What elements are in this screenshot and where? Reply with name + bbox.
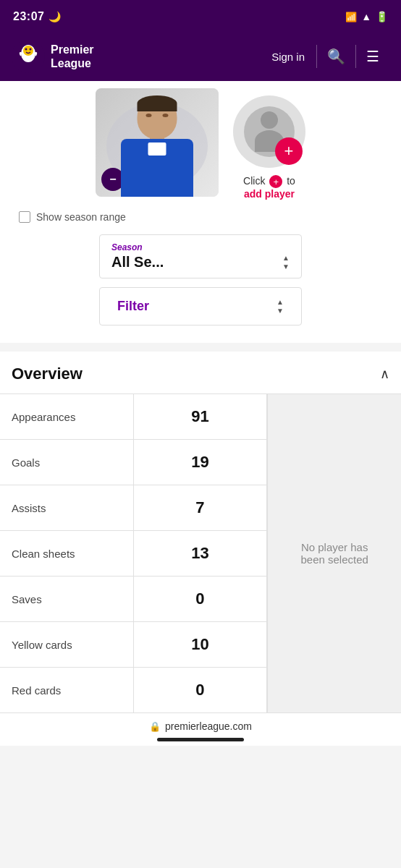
stat-label-appearances: Appearances [0, 394, 134, 439]
overview-header: Overview ∧ [0, 352, 401, 393]
url-bar: 🔒 premierleague.com [0, 720, 401, 732]
player-cards-row: − + Click + to add play [12, 88, 389, 200]
stat-value-saves: 0 [134, 576, 268, 621]
season-selector-wrap: Season All Se... ▲ ▼ [12, 234, 389, 278]
add-player-button[interactable]: + [275, 137, 303, 165]
wifi-icon: ▲ [361, 11, 371, 22]
season-range-row: Show season range [12, 211, 126, 223]
season-selector[interactable]: Season All Se... ▲ ▼ [99, 234, 302, 278]
add-icon-inline: + [269, 175, 282, 188]
add-player-cta: add player [244, 188, 295, 200]
stat-value-assists: 7 [134, 485, 268, 530]
table-row: Red cards 0 [0, 668, 267, 712]
lock-icon: 🔒 [149, 721, 161, 732]
stat-value-clean-sheets: 13 [134, 531, 268, 576]
table-row: Yellow cards 10 [0, 622, 267, 668]
stat-label-clean-sheets: Clean sheets [0, 531, 134, 576]
player-1-image: − [96, 88, 219, 197]
filter-wrap: Filter ▲ ▼ [12, 287, 389, 326]
table-row: Appearances 91 [0, 394, 267, 440]
svg-point-2 [23, 46, 33, 56]
stat-label-assists: Assists [0, 485, 134, 530]
table-row: Clean sheets 13 [0, 531, 267, 576]
stats-left-column: Appearances 91 Goals 19 Assists 7 Clean … [0, 394, 267, 712]
table-row: Goals 19 [0, 440, 267, 485]
season-value: All Se... [111, 254, 164, 271]
stats-table-grid: Appearances 91 Goals 19 Assists 7 Clean … [0, 394, 401, 712]
stat-label-saves: Saves [0, 576, 134, 621]
table-row: Assists 7 [0, 485, 267, 531]
menu-button[interactable]: ☰ [356, 48, 389, 65]
add-player-circle: + [233, 95, 305, 168]
search-button[interactable]: 🔍 [317, 48, 355, 65]
table-row: Saves 0 [0, 576, 267, 622]
header: PremierLeague Sign in 🔍 ☰ [0, 32, 401, 81]
status-icons: 📶 ▲ 🔋 [345, 11, 388, 22]
status-time: 23:07 [13, 10, 44, 23]
filter-button[interactable]: Filter ▲ ▼ [99, 287, 302, 326]
stats-table: Appearances 91 Goals 19 Assists 7 Clean … [0, 393, 401, 712]
stat-value-goals: 19 [134, 440, 268, 485]
logo-text: PremierLeague [51, 43, 94, 70]
add-player-card: + Click + to add player [233, 88, 305, 200]
overview-section: Overview ∧ Appearances 91 Goals 19 Assis… [0, 352, 401, 712]
stat-value-yellow-cards: 10 [134, 622, 268, 667]
player-compare-section: − + Click + to add play [0, 81, 401, 343]
season-label: Season [111, 242, 290, 252]
svg-point-3 [25, 48, 28, 51]
header-actions: Sign in 🔍 ☰ [260, 45, 389, 68]
home-indicator[interactable] [157, 738, 244, 741]
stat-label-yellow-cards: Yellow cards [0, 622, 134, 667]
stats-right-column: No player hasbeen selected [267, 394, 401, 712]
add-player-action: to [287, 175, 295, 187]
add-player-text: Click + to add player [243, 175, 295, 200]
season-value-row: All Se... ▲ ▼ [111, 254, 290, 271]
svg-point-4 [30, 48, 32, 51]
player-1-card: − [96, 88, 219, 197]
stat-value-appearances: 91 [134, 394, 268, 439]
logo-area: PremierLeague [12, 40, 260, 73]
no-player-text: No player hasbeen selected [286, 527, 382, 580]
battery-icon: 🔋 [376, 11, 388, 22]
premier-league-logo [12, 40, 45, 73]
stat-label-red-cards: Red cards [0, 668, 134, 712]
season-range-label: Show season range [36, 211, 126, 223]
add-player-prompt: Click [243, 175, 265, 187]
filter-arrows-icon: ▲ ▼ [277, 298, 284, 315]
bottom-bar: 🔒 premierleague.com [0, 712, 401, 746]
stat-value-red-cards: 0 [134, 668, 268, 712]
sort-arrows-icon: ▲ ▼ [282, 254, 290, 271]
sign-in-button[interactable]: Sign in [260, 51, 316, 63]
moon-icon: 🌙 [48, 11, 61, 22]
chevron-up-icon[interactable]: ∧ [380, 366, 389, 382]
filter-label: Filter [117, 299, 149, 314]
season-range-checkbox[interactable] [19, 211, 30, 223]
overview-title: Overview [12, 365, 83, 383]
url-text: premierleague.com [165, 720, 252, 732]
signal-icon: 📶 [345, 12, 357, 22]
stat-label-goals: Goals [0, 440, 134, 485]
status-bar: 23:07 🌙 📶 ▲ 🔋 [0, 0, 401, 32]
